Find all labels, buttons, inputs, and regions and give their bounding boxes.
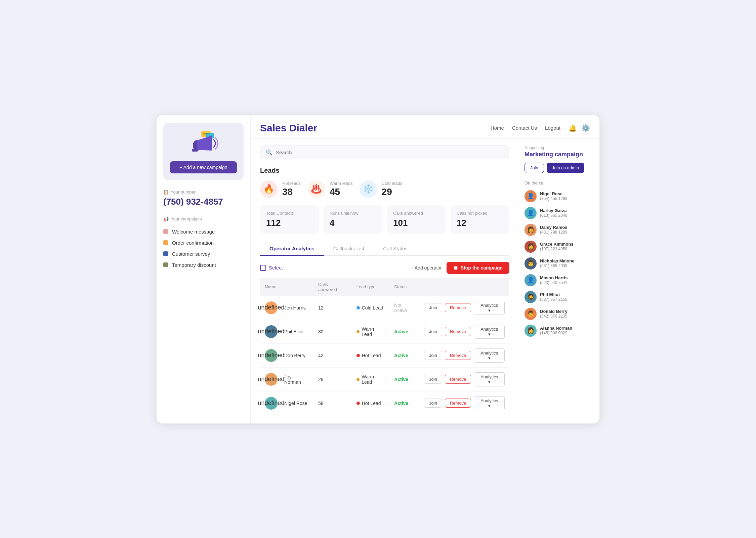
stop-campaign-button[interactable]: ⏹ Stop the campaign (447, 262, 509, 274)
caller-avatar-4: 👨 (524, 257, 537, 270)
caller-item-1: 👤 Harley Garza (013) 865 2048 (524, 207, 594, 219)
campaign-item-welcome[interactable]: Welcome message (163, 226, 244, 237)
analytics-operator-btn-1[interactable]: Analytics ▾ (474, 325, 505, 339)
operator-name-2: Don Berry (284, 353, 305, 358)
stop-campaign-label: Stop the campaign (461, 265, 503, 271)
remove-operator-btn-1[interactable]: Remove (445, 327, 471, 336)
analytics-operator-btn-0[interactable]: Analytics ▾ (474, 301, 505, 315)
callers-list: 👤 Nigel Rose (754) 455 1293 👤 Harley Gar… (524, 190, 594, 337)
tab-operator-analytics[interactable]: Operator Analytics (260, 242, 324, 256)
caller-avatar-8: 👩 (524, 325, 537, 337)
campaign-label-discount: Temporary discount (172, 262, 216, 268)
row-3-name-cell: undefined Joy Norman (260, 367, 313, 391)
campaign-label-survey: Customer survey (172, 251, 210, 257)
sidebar: + Add a new campaign 📋 Your number (750)… (157, 115, 251, 423)
stat-value-3: 12 (457, 218, 503, 228)
join-operator-btn-3[interactable]: Join (424, 375, 442, 384)
remove-operator-btn-4[interactable]: Remove (445, 399, 471, 408)
status-badge-1: Active (394, 329, 408, 334)
stat-value-0: 112 (266, 218, 313, 228)
campaign-dot-order (163, 240, 168, 245)
center-panel: 🔍 Leads 🔥 Hot leads 38 ♨️ (251, 139, 519, 423)
caller-name-5: Mason Harris (540, 275, 568, 280)
stat-label-0: Total Contacts (266, 211, 313, 216)
app-container: + Add a new campaign 📋 Your number (750)… (156, 115, 600, 424)
lead-type-label-4: Hot Lead (362, 401, 381, 406)
add-campaign-button[interactable]: + Add a new campaign (170, 161, 237, 173)
stat-label-1: Runs until now (330, 211, 376, 216)
body-area: 🔍 Leads 🔥 Hot leads 38 ♨️ (251, 139, 599, 423)
caller-info-6: Phil Elliot (587) 857 2150 (540, 292, 567, 302)
caller-avatar-0: 👤 (524, 190, 537, 202)
join-buttons: Join Join as admin (524, 163, 594, 173)
select-row[interactable]: Select (260, 265, 283, 271)
select-label[interactable]: Select (269, 265, 283, 271)
row-2-status: Active (389, 343, 419, 367)
nav-logout[interactable]: Logout (545, 125, 560, 131)
stat-value-2: 101 (393, 218, 440, 228)
table-row: undefined Nigel Rose 58 Hot Lead Active … (260, 391, 509, 415)
caller-name-8: Alanna Norman (540, 326, 572, 331)
hot-lead-info: Hot leads 38 (282, 181, 301, 197)
join-operator-btn-0[interactable]: Join (424, 303, 442, 312)
caller-avatar-7: 👨 (524, 308, 537, 320)
analytics-operator-btn-2[interactable]: Analytics ▾ (474, 348, 505, 363)
campaign-item-order[interactable]: Order confirmation (163, 237, 244, 248)
campaign-item-survey[interactable]: Customer survey (163, 248, 244, 259)
analytics-operator-btn-3[interactable]: Analytics ▾ (474, 372, 505, 386)
th-calls-answered: Calls answered (313, 278, 352, 296)
lead-type-label-0: Cold Lead (362, 305, 383, 311)
join-operator-btn-1[interactable]: Join (424, 327, 442, 336)
campaign-item-discount[interactable]: Temporary discount (163, 259, 244, 271)
row-1-status: Active (389, 320, 419, 343)
settings-icon[interactable]: ⚙️ (582, 124, 590, 132)
status-badge-0: Not Active (394, 302, 407, 313)
remove-operator-btn-3[interactable]: Remove (445, 375, 471, 384)
app-title: Sales Dialer (260, 122, 317, 134)
add-operator-button[interactable]: + Add operator (411, 265, 442, 271)
svg-rect-6 (203, 134, 207, 135)
th-lead-type: Lead type (352, 278, 389, 296)
svg-marker-3 (197, 135, 212, 151)
notification-icon[interactable]: 🔔 (569, 124, 577, 132)
row-4-name-cell: undefined Nigel Rose (260, 391, 313, 415)
table-body: undefined Jen Harris 12 Cold Lead Not Ac… (260, 296, 509, 415)
join-operator-btn-4[interactable]: Join (424, 399, 442, 408)
operator-name-3: Joy Norman (284, 374, 309, 385)
operator-avatar-2: undefined (265, 349, 278, 362)
stat-label-3: Calls not picked (457, 211, 503, 216)
tab-call-status[interactable]: Call Status (374, 242, 417, 256)
caller-info-4: Nicholas Malone (981) 865 2038 (540, 258, 575, 268)
nav-contact-us[interactable]: Contact Us (512, 125, 537, 131)
stat-card-0: Total Contacts 112 (260, 205, 319, 234)
row-4-calls: 58 (313, 391, 352, 415)
campaign-dot-discount (163, 262, 168, 267)
operator-avatar-4: undefined (265, 397, 278, 410)
caller-item-2: 👩 Daisy Ramos (431) 798 1209 (524, 224, 594, 236)
row-0-calls: 12 (313, 296, 352, 320)
select-checkbox[interactable] (260, 265, 266, 271)
join-operator-btn-2[interactable]: Join (424, 351, 442, 360)
row-0-status: Not Active (389, 296, 419, 320)
happening-label: Happening (524, 146, 594, 150)
search-icon: 🔍 (266, 149, 272, 156)
caller-avatar-3: 👩 (524, 241, 537, 253)
search-input[interactable] (276, 150, 504, 155)
analytics-operator-btn-4[interactable]: Analytics ▾ (474, 396, 505, 410)
lead-dot-0 (356, 306, 360, 309)
nav-home[interactable]: Home (491, 125, 504, 131)
search-bar[interactable]: 🔍 (260, 146, 509, 159)
remove-operator-btn-0[interactable]: Remove (445, 303, 471, 312)
table-row: undefined Jen Harris 12 Cold Lead Not Ac… (260, 296, 509, 320)
row-3-actions: Join Remove Analytics ▾ (419, 367, 509, 391)
caller-avatar-6: 🧔 (524, 291, 537, 303)
cold-lead-label: Cold leads (382, 181, 402, 186)
remove-operator-btn-2[interactable]: Remove (445, 351, 471, 360)
status-badge-3: Active (394, 377, 408, 382)
join-admin-button[interactable]: Join as admin (547, 163, 584, 173)
caller-phone-7: (542) 876 2135 (540, 314, 568, 319)
tabs: Operator AnalyticsCallbacks ListCall Sta… (260, 242, 509, 256)
row-0-lead-type: Cold Lead (352, 296, 389, 320)
join-button[interactable]: Join (524, 163, 544, 173)
tab-callbacks-list[interactable]: Callbacks List (324, 242, 374, 256)
